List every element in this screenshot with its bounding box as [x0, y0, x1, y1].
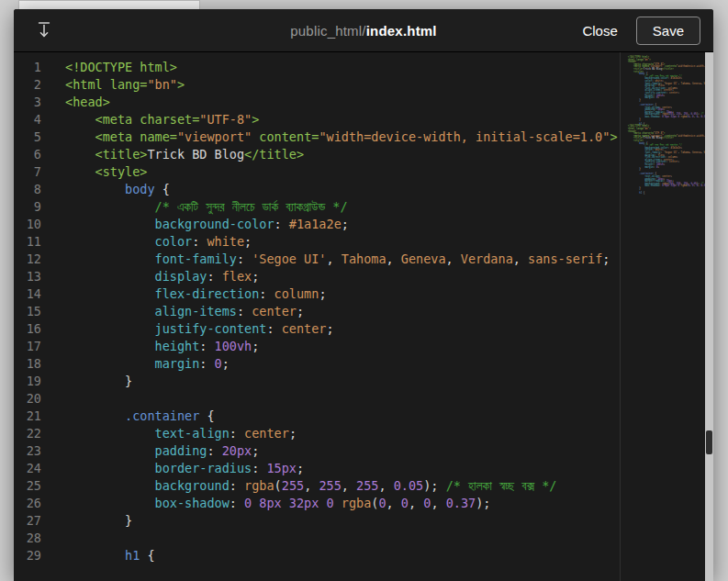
code-line: 25 background: rgba(255, 255, 255, 0.05)…	[14, 477, 621, 495]
header-actions: Close Save	[580, 17, 713, 45]
code-line: 20	[14, 390, 621, 408]
code-line-text: display: flex;	[65, 268, 259, 285]
line-number: 10	[14, 216, 52, 233]
line-number: 2	[14, 76, 52, 94]
code-line: 4 <meta charset="UTF-8">	[14, 111, 621, 128]
code-line-text: }	[65, 373, 132, 390]
code-line: 26 box-shadow: 0 8px 32px 0 rgba(0, 0, 0…	[14, 495, 621, 512]
code-line: 11 color: white;	[14, 233, 621, 251]
file-path-directory: public_html/	[290, 23, 365, 39]
code-line-text: height: 100vh;	[65, 338, 259, 355]
code-line: 24 border-radius: 15px;	[14, 460, 621, 477]
code-line-text: justify-content: center;	[65, 320, 334, 338]
code-line-text: background: rgba(255, 255, 255, 0.05); /…	[65, 477, 556, 495]
line-number: 18	[14, 355, 52, 373]
line-number: 27	[14, 512, 52, 530]
line-number: 15	[14, 303, 52, 320]
line-number: 17	[14, 338, 52, 355]
code-line: 7 <style>	[14, 163, 621, 181]
line-number: 3	[14, 94, 52, 111]
code-line-text: h1 {	[65, 547, 155, 564]
line-number: 12	[14, 251, 52, 268]
line-number: 11	[14, 233, 52, 251]
code-line-text: <meta name="viewport" content="width=dev…	[65, 128, 618, 146]
line-number: 22	[14, 425, 52, 442]
code-line: 28	[14, 530, 621, 547]
line-number: 14	[14, 285, 52, 303]
code-line-text: }	[628, 99, 641, 102]
code-line-text: <html lang="bn">	[65, 76, 185, 94]
line-number: 4	[14, 111, 52, 128]
code-line: 22 text-align: center;	[14, 425, 621, 442]
code-line-text: font-family: 'Segoe UI', Tahoma, Geneva,…	[65, 251, 610, 268]
code-line-text: <!DOCTYPE html>	[65, 59, 177, 76]
code-line: 27 }	[14, 512, 621, 530]
code-line: 16 justify-content: center;	[14, 320, 621, 338]
line-number: 20	[14, 390, 52, 408]
code-line: 2<html lang="bn">	[14, 76, 621, 94]
minimap[interactable]: <!DOCTYPE html><html lang="bn"><head> <m…	[620, 52, 705, 581]
code-line-text: <head>	[65, 94, 110, 111]
line-number: 19	[14, 373, 52, 390]
close-button[interactable]: Close	[580, 19, 619, 42]
line-number: 29	[14, 547, 52, 564]
code-line-text: body {	[65, 181, 170, 198]
code-line-text: text-align: center;	[65, 425, 297, 442]
code-line: 1<!DOCTYPE html>	[14, 59, 621, 76]
code-line-text: flex-direction: column;	[65, 285, 327, 303]
line-number: 5	[14, 128, 52, 146]
code-line: 15 align-items: center;	[14, 303, 621, 320]
minimap-line: h1 {	[624, 192, 705, 195]
code-line: 23 padding: 20px;	[14, 442, 621, 460]
code-line: 29 h1 {	[14, 547, 621, 564]
expand-height-icon-glyph	[36, 19, 52, 41]
code-line: 10 background-color: #1a1a2e;	[14, 216, 621, 233]
file-path-filename: index.html	[366, 23, 437, 39]
minimap-content: <!DOCTYPE html><html lang="bn"><head> <m…	[624, 56, 705, 195]
editor-modal: public_html/index.html Close Save 1<!DOC…	[14, 9, 713, 581]
line-number: 7	[14, 163, 52, 181]
code-line: 13 display: flex;	[14, 268, 621, 285]
code-line: 21 .container {	[14, 408, 621, 425]
code-line-text: }	[628, 168, 641, 171]
code-line-text: }	[628, 117, 641, 120]
code-line-text: align-items: center;	[65, 303, 304, 320]
line-number: 28	[14, 530, 52, 547]
line-number: 25	[14, 477, 52, 495]
line-number: 26	[14, 495, 52, 512]
code-line: 18 margin: 0;	[14, 355, 621, 373]
line-number: 6	[14, 146, 52, 163]
code-line-text: border-radius: 15px;	[65, 460, 304, 477]
code-line-text: <meta charset="UTF-8">	[65, 111, 259, 128]
code-line-text: <title>Trick BD Blog</title>	[65, 146, 304, 163]
code-line: 6 <title>Trick BD Blog</title>	[14, 146, 621, 163]
code-area[interactable]: 1<!DOCTYPE html>2<html lang="bn">3<head>…	[14, 52, 621, 581]
line-number: 24	[14, 460, 52, 477]
editor-scrollbar[interactable]	[705, 52, 713, 581]
code-line-text: box-shadow: 0 8px 32px 0 rgba(0, 0, 0, 0…	[65, 495, 490, 512]
code-line: 14 flex-direction: column;	[14, 285, 621, 303]
line-number: 23	[14, 442, 52, 460]
line-number: 13	[14, 268, 52, 285]
line-number: 21	[14, 408, 52, 425]
save-button[interactable]: Save	[636, 17, 700, 45]
code-line-text: .container {	[65, 408, 215, 425]
line-number: 1	[14, 59, 52, 76]
expand-height-icon[interactable]	[34, 18, 54, 42]
code-line: 5 <meta name="viewport" content="width=d…	[14, 128, 621, 146]
editor-header: public_html/index.html Close Save	[14, 9, 713, 52]
code-line: 3<head>	[14, 94, 621, 111]
code-line: 9 /* একটি সুন্দর নীলচে ডার্ক ব্যাকগ্রাউন…	[14, 198, 621, 216]
code-line-text: color: white;	[65, 233, 252, 251]
code-line-text: margin: 0;	[65, 355, 230, 373]
code-line-text: padding: 20px;	[65, 442, 259, 460]
code-line-text: }	[628, 187, 641, 190]
file-path: public_html/index.html	[290, 23, 436, 39]
code-line-text: }	[65, 512, 132, 530]
code-editor: 1<!DOCTYPE html>2<html lang="bn">3<head>…	[14, 52, 713, 581]
scrollbar-thumb[interactable]	[706, 430, 712, 454]
code-line-text: /* একটি সুন্দর নীলচে ডার্ক ব্যাকগ্রাউন্ড…	[65, 198, 348, 216]
code-line-text: <style>	[65, 163, 147, 181]
code-line-text: h1 {	[628, 192, 645, 195]
code-line-text: background-color: #1a1a2e;	[65, 216, 349, 233]
